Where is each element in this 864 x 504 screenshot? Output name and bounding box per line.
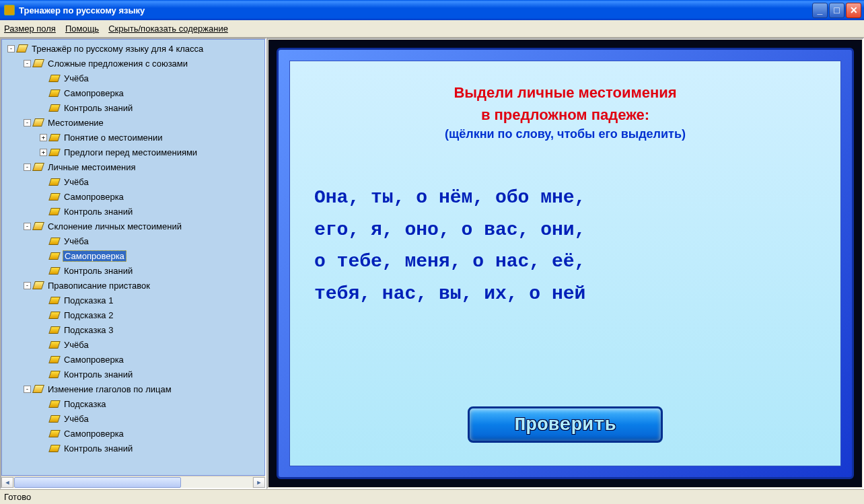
window-buttons: _ □ ✕ bbox=[812, 3, 861, 18]
word-token[interactable]: о тебе bbox=[314, 251, 382, 272]
exercise-title: Выдели личные местоимения в предложном п… bbox=[454, 81, 676, 126]
expander-blank bbox=[40, 75, 47, 82]
tree-item[interactable]: +Понятие о местоимении bbox=[2, 130, 264, 145]
scroll-right-button[interactable]: ► bbox=[253, 477, 265, 488]
tree-item[interactable]: Подсказка 3 bbox=[2, 322, 264, 337]
tree-item-label: Склонение личных местоимений bbox=[46, 221, 183, 232]
tree-item-label: Подсказка 1 bbox=[63, 295, 114, 306]
horizontal-scrollbar[interactable]: ◄ ► bbox=[1, 476, 265, 488]
tree-item[interactable]: -Местоимение bbox=[2, 115, 264, 130]
collapse-icon[interactable]: - bbox=[24, 386, 31, 393]
menu-field-size[interactable]: Размер поля bbox=[4, 24, 56, 34]
collapse-icon[interactable]: - bbox=[7, 45, 15, 52]
tree-item[interactable]: Подсказка 2 bbox=[2, 308, 264, 322]
scroll-left-button[interactable]: ◄ bbox=[1, 477, 13, 488]
statusbar: Готово bbox=[0, 489, 864, 504]
tree-item-label: Местоимение bbox=[46, 117, 105, 129]
tree-item[interactable]: Учёба bbox=[2, 174, 264, 189]
word-token[interactable]: их bbox=[484, 283, 507, 304]
word-token[interactable]: его bbox=[314, 219, 348, 240]
word-token[interactable]: о нём bbox=[416, 187, 472, 208]
tree-item[interactable]: -Личные местоимения bbox=[2, 159, 264, 174]
stage-frame: Выдели личные местоимения в предложном п… bbox=[277, 48, 854, 479]
word-token[interactable]: о нас bbox=[472, 251, 529, 272]
tree-item-label: Учёба bbox=[63, 176, 90, 188]
tree-item[interactable]: Учёба bbox=[2, 337, 264, 352]
collapse-icon[interactable]: - bbox=[24, 223, 31, 230]
tree-item-label: Личные местоимения bbox=[46, 161, 137, 173]
menu-toggle-toc[interactable]: Скрыть/показать содержание bbox=[108, 24, 228, 34]
book-icon bbox=[48, 149, 61, 156]
tree-item[interactable]: Подсказка 1 bbox=[2, 293, 264, 308]
tree-item[interactable]: -Тренажёр по русскому языку для 4 класса bbox=[2, 41, 264, 56]
tree-item[interactable]: Контроль знаний bbox=[2, 100, 264, 115]
book-icon bbox=[48, 178, 61, 186]
word-token[interactable]: ты bbox=[371, 187, 394, 208]
word-token[interactable]: Она bbox=[314, 187, 348, 208]
word-token[interactable]: оно bbox=[404, 219, 438, 240]
tree-item[interactable]: Учёба bbox=[2, 411, 264, 426]
tree-item[interactable]: Самопроверка bbox=[2, 189, 264, 204]
tree-item-label: Контроль знаний bbox=[63, 443, 134, 454]
word-token[interactable]: меня bbox=[404, 251, 449, 272]
tree-item[interactable]: Самопроверка bbox=[2, 352, 264, 367]
expander-blank bbox=[40, 297, 47, 304]
tree-scroll[interactable]: -Тренажёр по русскому языку для 4 класса… bbox=[1, 39, 265, 476]
client-area: -Тренажёр по русскому языку для 4 класса… bbox=[0, 38, 864, 489]
tree-item-label: Самопроверка bbox=[63, 250, 127, 262]
scroll-thumb[interactable] bbox=[14, 477, 181, 488]
tree-item[interactable]: -Правописание приставок bbox=[2, 278, 264, 293]
minimize-button[interactable]: _ bbox=[812, 3, 828, 18]
tree-item[interactable]: Самопроверка bbox=[2, 426, 264, 441]
tree-item[interactable]: -Сложные предложения с союзами bbox=[2, 56, 264, 71]
tree-item-label: Подсказка 2 bbox=[63, 310, 114, 321]
tree-item[interactable]: Учёба bbox=[2, 233, 264, 248]
word-token[interactable]: нас bbox=[382, 283, 416, 304]
words-line: его, я, оно, о вас, они, bbox=[314, 214, 816, 246]
scroll-track[interactable] bbox=[14, 477, 252, 488]
word-token[interactable]: о вас bbox=[462, 219, 518, 240]
tree-item[interactable]: Контроль знаний bbox=[2, 204, 264, 219]
tree-item[interactable]: Контроль знаний bbox=[2, 367, 264, 382]
tree-item-label: Учёба bbox=[63, 236, 90, 247]
word-token[interactable]: вы bbox=[439, 283, 462, 304]
tree-item[interactable]: Самопроверка bbox=[2, 85, 264, 100]
collapse-icon[interactable]: - bbox=[24, 119, 31, 127]
tree-item[interactable]: Самопроверка bbox=[2, 248, 264, 263]
book-icon bbox=[48, 312, 61, 319]
book-icon bbox=[48, 89, 61, 97]
tree-item[interactable]: Контроль знаний bbox=[2, 263, 264, 278]
tree-item-label: Понятие о местоимении bbox=[63, 132, 164, 143]
tree-item[interactable]: +Предлоги перед местоимениями bbox=[2, 145, 264, 159]
collapse-icon[interactable]: - bbox=[24, 164, 31, 171]
tree-item[interactable]: Учёба bbox=[2, 71, 264, 85]
book-icon bbox=[16, 44, 28, 52]
exercise-hint: (щёлкни по слову, чтобы его выделить) bbox=[445, 127, 686, 141]
expander-blank bbox=[40, 238, 47, 245]
expand-icon[interactable]: + bbox=[40, 149, 47, 156]
expander-blank bbox=[40, 356, 47, 363]
expand-icon[interactable]: + bbox=[40, 134, 47, 141]
book-icon bbox=[48, 326, 61, 334]
tree-item-label: Самопроверка bbox=[63, 354, 125, 365]
tree-item[interactable]: -Склонение личных местоимений bbox=[2, 219, 264, 233]
book-icon bbox=[48, 238, 61, 245]
word-token[interactable]: её bbox=[552, 251, 575, 272]
expander-blank bbox=[40, 326, 47, 334]
tree-item[interactable]: Контроль знаний bbox=[2, 441, 264, 456]
tree-item[interactable]: Подсказка bbox=[2, 396, 264, 411]
collapse-icon[interactable]: - bbox=[24, 60, 31, 67]
maximize-button[interactable]: □ bbox=[829, 3, 844, 18]
collapse-icon[interactable]: - bbox=[24, 282, 31, 289]
word-token[interactable]: о ней bbox=[529, 283, 585, 304]
close-button[interactable]: ✕ bbox=[846, 3, 861, 18]
word-token[interactable]: тебя bbox=[314, 283, 359, 304]
word-token[interactable]: я bbox=[371, 219, 382, 240]
word-token[interactable]: обо мне bbox=[495, 187, 575, 208]
check-button[interactable]: Проверить bbox=[468, 406, 663, 443]
menu-help[interactable]: Помощь bbox=[65, 24, 99, 34]
stage-outer: Выдели личные местоимения в предложном п… bbox=[268, 40, 862, 487]
tree-item[interactable]: -Изменение глаголов по лицам bbox=[2, 382, 264, 396]
expander-blank bbox=[40, 400, 47, 408]
word-token[interactable]: они bbox=[540, 219, 574, 240]
